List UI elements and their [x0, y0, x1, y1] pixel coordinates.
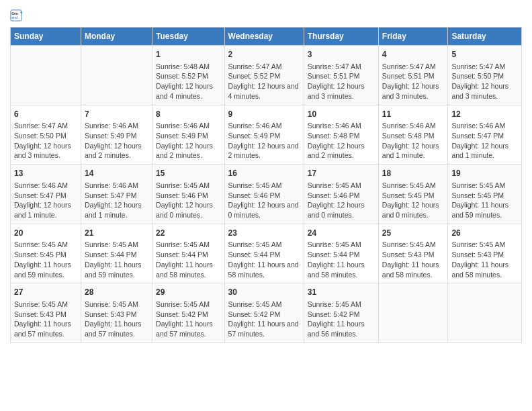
- calendar-cell: 18Sunrise: 5:45 AM Sunset: 5:45 PM Dayli…: [378, 165, 448, 224]
- calendar-cell: 22Sunrise: 5:45 AM Sunset: 5:44 PM Dayli…: [152, 224, 225, 283]
- calendar-cell: 29Sunrise: 5:45 AM Sunset: 5:42 PM Dayli…: [152, 283, 225, 343]
- day-header-sunday: Sunday: [11, 28, 81, 46]
- day-number: 2: [228, 49, 300, 60]
- day-info: Sunrise: 5:45 AM Sunset: 5:44 PM Dayligh…: [85, 240, 148, 279]
- calendar-cell: 20Sunrise: 5:45 AM Sunset: 5:45 PM Dayli…: [11, 224, 81, 283]
- day-info: Sunrise: 5:45 AM Sunset: 5:44 PM Dayligh…: [228, 240, 300, 279]
- calendar-cell: 21Sunrise: 5:45 AM Sunset: 5:44 PM Dayli…: [81, 224, 152, 283]
- day-info: Sunrise: 5:47 AM Sunset: 5:50 PM Dayligh…: [451, 62, 518, 101]
- day-header-wednesday: Wednesday: [224, 28, 304, 46]
- day-number: 10: [308, 109, 375, 120]
- day-info: Sunrise: 5:45 AM Sunset: 5:43 PM Dayligh…: [451, 240, 518, 279]
- day-info: Sunrise: 5:45 AM Sunset: 5:43 PM Dayligh…: [85, 300, 148, 339]
- calendar-cell: 30Sunrise: 5:45 AM Sunset: 5:42 PM Dayli…: [224, 283, 304, 343]
- day-info: Sunrise: 5:46 AM Sunset: 5:47 PM Dayligh…: [451, 121, 518, 161]
- day-info: Sunrise: 5:45 AM Sunset: 5:45 PM Dayligh…: [382, 181, 445, 220]
- day-number: 3: [308, 49, 375, 60]
- day-number: 6: [14, 109, 77, 120]
- day-info: Sunrise: 5:48 AM Sunset: 5:52 PM Dayligh…: [156, 62, 221, 101]
- day-number: 17: [308, 168, 375, 179]
- day-number: 16: [228, 168, 300, 179]
- day-header-monday: Monday: [81, 28, 152, 46]
- day-info: Sunrise: 5:46 AM Sunset: 5:47 PM Dayligh…: [14, 181, 77, 220]
- day-number: 7: [85, 109, 148, 120]
- day-info: Sunrise: 5:47 AM Sunset: 5:52 PM Dayligh…: [228, 62, 300, 101]
- day-info: Sunrise: 5:47 AM Sunset: 5:51 PM Dayligh…: [308, 62, 375, 101]
- calendar-cell: 16Sunrise: 5:45 AM Sunset: 5:46 PM Dayli…: [224, 165, 304, 224]
- day-number: 9: [228, 109, 300, 120]
- calendar-cell: 14Sunrise: 5:46 AM Sunset: 5:47 PM Dayli…: [81, 165, 152, 224]
- calendar-cell: [81, 46, 152, 105]
- calendar-cell: 27Sunrise: 5:45 AM Sunset: 5:43 PM Dayli…: [11, 283, 81, 343]
- day-number: 24: [308, 228, 375, 239]
- calendar-cell: [378, 283, 448, 343]
- calendar-cell: 10Sunrise: 5:46 AM Sunset: 5:48 PM Dayli…: [304, 105, 378, 165]
- calendar-cell: 25Sunrise: 5:45 AM Sunset: 5:43 PM Dayli…: [378, 224, 448, 283]
- day-info: Sunrise: 5:45 AM Sunset: 5:42 PM Dayligh…: [228, 300, 300, 339]
- calendar-cell: 17Sunrise: 5:45 AM Sunset: 5:46 PM Dayli…: [304, 165, 378, 224]
- calendar-cell: 15Sunrise: 5:45 AM Sunset: 5:46 PM Dayli…: [152, 165, 225, 224]
- day-info: Sunrise: 5:45 AM Sunset: 5:44 PM Dayligh…: [156, 240, 221, 279]
- day-info: Sunrise: 5:45 AM Sunset: 5:45 PM Dayligh…: [451, 181, 518, 220]
- day-info: Sunrise: 5:45 AM Sunset: 5:42 PM Dayligh…: [308, 300, 375, 339]
- day-info: Sunrise: 5:46 AM Sunset: 5:49 PM Dayligh…: [156, 121, 221, 161]
- day-number: 21: [85, 228, 148, 239]
- day-number: 31: [308, 287, 375, 298]
- calendar-cell: 24Sunrise: 5:45 AM Sunset: 5:44 PM Dayli…: [304, 224, 378, 283]
- day-info: Sunrise: 5:46 AM Sunset: 5:48 PM Dayligh…: [382, 121, 445, 161]
- day-number: 13: [14, 168, 77, 179]
- day-number: 22: [156, 228, 221, 239]
- day-number: 8: [156, 109, 221, 120]
- day-header-tuesday: Tuesday: [152, 28, 225, 46]
- day-number: 14: [85, 168, 148, 179]
- day-info: Sunrise: 5:45 AM Sunset: 5:44 PM Dayligh…: [308, 240, 375, 279]
- day-info: Sunrise: 5:45 AM Sunset: 5:46 PM Dayligh…: [156, 181, 221, 220]
- calendar-cell: 6Sunrise: 5:47 AM Sunset: 5:50 PM Daylig…: [11, 105, 81, 165]
- day-info: Sunrise: 5:46 AM Sunset: 5:49 PM Dayligh…: [228, 121, 300, 161]
- day-info: Sunrise: 5:45 AM Sunset: 5:46 PM Dayligh…: [308, 181, 375, 220]
- calendar-cell: 2Sunrise: 5:47 AM Sunset: 5:52 PM Daylig…: [224, 46, 304, 105]
- day-info: Sunrise: 5:45 AM Sunset: 5:45 PM Dayligh…: [14, 240, 77, 279]
- day-number: 11: [382, 109, 445, 120]
- day-info: Sunrise: 5:45 AM Sunset: 5:43 PM Dayligh…: [14, 300, 77, 339]
- day-number: 4: [382, 49, 445, 60]
- day-header-thursday: Thursday: [304, 28, 378, 46]
- calendar-table: SundayMondayTuesdayWednesdayThursdayFrid…: [10, 27, 522, 343]
- day-info: Sunrise: 5:45 AM Sunset: 5:43 PM Dayligh…: [382, 240, 445, 279]
- day-number: 5: [451, 49, 518, 60]
- calendar-cell: 9Sunrise: 5:46 AM Sunset: 5:49 PM Daylig…: [224, 105, 304, 165]
- day-number: 15: [156, 168, 221, 179]
- calendar-cell: 23Sunrise: 5:45 AM Sunset: 5:44 PM Dayli…: [224, 224, 304, 283]
- calendar-cell: 11Sunrise: 5:46 AM Sunset: 5:48 PM Dayli…: [378, 105, 448, 165]
- calendar-cell: 7Sunrise: 5:46 AM Sunset: 5:49 PM Daylig…: [81, 105, 152, 165]
- day-header-friday: Friday: [378, 28, 448, 46]
- calendar-cell: 19Sunrise: 5:45 AM Sunset: 5:45 PM Dayli…: [448, 165, 522, 224]
- day-number: 28: [85, 287, 148, 298]
- day-info: Sunrise: 5:47 AM Sunset: 5:50 PM Dayligh…: [14, 121, 77, 161]
- calendar-cell: 5Sunrise: 5:47 AM Sunset: 5:50 PM Daylig…: [448, 46, 522, 105]
- calendar-cell: 12Sunrise: 5:46 AM Sunset: 5:47 PM Dayli…: [448, 105, 522, 165]
- calendar-cell: 4Sunrise: 5:47 AM Sunset: 5:51 PM Daylig…: [378, 46, 448, 105]
- calendar-cell: [448, 283, 522, 343]
- day-info: Sunrise: 5:46 AM Sunset: 5:47 PM Dayligh…: [85, 181, 148, 220]
- day-header-saturday: Saturday: [448, 28, 522, 46]
- svg-text:Gen: Gen: [11, 12, 18, 15]
- day-number: 12: [451, 109, 518, 120]
- calendar-cell: 31Sunrise: 5:45 AM Sunset: 5:42 PM Dayli…: [304, 283, 378, 343]
- logo: Gen eral: [10, 9, 24, 21]
- calendar-cell: 1Sunrise: 5:48 AM Sunset: 5:52 PM Daylig…: [152, 46, 225, 105]
- calendar-cell: 28Sunrise: 5:45 AM Sunset: 5:43 PM Dayli…: [81, 283, 152, 343]
- day-number: 27: [14, 287, 77, 298]
- day-info: Sunrise: 5:45 AM Sunset: 5:46 PM Dayligh…: [228, 181, 300, 220]
- calendar-cell: 3Sunrise: 5:47 AM Sunset: 5:51 PM Daylig…: [304, 46, 378, 105]
- day-number: 30: [228, 287, 300, 298]
- calendar-cell: 13Sunrise: 5:46 AM Sunset: 5:47 PM Dayli…: [11, 165, 81, 224]
- day-info: Sunrise: 5:46 AM Sunset: 5:49 PM Dayligh…: [85, 121, 148, 161]
- day-number: 1: [156, 49, 221, 60]
- svg-text:eral: eral: [11, 16, 17, 19]
- day-info: Sunrise: 5:47 AM Sunset: 5:51 PM Dayligh…: [382, 62, 445, 101]
- day-number: 19: [451, 168, 518, 179]
- day-number: 23: [228, 228, 300, 239]
- day-number: 20: [14, 228, 77, 239]
- calendar-cell: 8Sunrise: 5:46 AM Sunset: 5:49 PM Daylig…: [152, 105, 225, 165]
